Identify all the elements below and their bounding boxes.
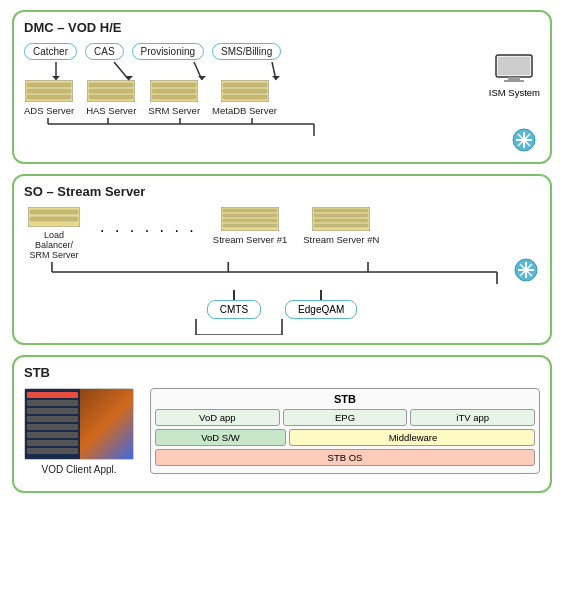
vod-screenshot xyxy=(24,388,134,460)
stb-section: STB xyxy=(12,355,552,493)
edgeqam-box: EdgeQAM xyxy=(285,300,357,319)
dots: · · · · · · · xyxy=(100,222,197,240)
stream-server-1-group: Stream Server #1 xyxy=(213,207,287,245)
cmts-label: CMTS xyxy=(220,304,248,315)
load-balancer-group: Load Balancer/ SRM Server xyxy=(24,207,84,260)
svg-rect-19 xyxy=(152,95,196,99)
ism-system: ISM System xyxy=(489,53,540,98)
stream-server-n-group: Stream Server #N xyxy=(303,207,379,245)
svg-rect-43 xyxy=(223,209,277,212)
has-server-label: HAS Server xyxy=(86,105,136,116)
stb-diagram: STB VoD app EPG iTV app VoD S/W Middlewa… xyxy=(150,388,540,474)
metadb-server-label: MetaDB Server xyxy=(212,105,277,116)
ads-server-label: ADS Server xyxy=(24,105,74,116)
dmc-title: DMC – VOD H/E xyxy=(24,20,540,35)
stb-content: VOD Client Appl. STB VoD app EPG iTV app… xyxy=(24,388,540,483)
stb-row-4: STB OS xyxy=(155,449,535,466)
vod-client-label: VOD Client Appl. xyxy=(41,464,116,475)
stb-diagram-title: STB xyxy=(155,393,535,405)
svg-rect-21 xyxy=(223,83,267,87)
svg-marker-1 xyxy=(52,76,60,80)
svg-rect-14 xyxy=(89,89,133,93)
stb-os-cell: STB OS xyxy=(155,449,535,466)
streamn-label: Stream Server #N xyxy=(303,234,379,245)
stb-title: STB xyxy=(24,365,540,380)
so-title: SO – Stream Server xyxy=(24,184,540,199)
svg-rect-33 xyxy=(504,80,524,82)
svg-rect-50 xyxy=(314,219,368,222)
main-container: DMC – VOD H/E Catcher CAS Provisioning S… xyxy=(0,0,564,503)
svg-rect-31 xyxy=(498,57,530,75)
svg-marker-5 xyxy=(198,76,206,80)
edgeqam-label: EdgeQAM xyxy=(298,304,344,315)
svg-rect-40 xyxy=(30,210,78,214)
pill-smsbilling: SMS/Billing xyxy=(212,43,281,60)
ads-server-group: ADS Server xyxy=(24,80,74,116)
lb-label: Load Balancer/ SRM Server xyxy=(24,230,84,260)
vod-app-cell: VoD app xyxy=(155,409,280,426)
svg-rect-32 xyxy=(508,77,520,80)
svg-rect-51 xyxy=(314,224,368,227)
cmts-box: CMTS xyxy=(207,300,261,319)
pill-catcher: Catcher xyxy=(24,43,77,60)
network-hub-so xyxy=(514,258,538,282)
svg-rect-13 xyxy=(89,83,133,87)
stb-row-1: VoD app EPG iTV app xyxy=(155,409,535,426)
svg-rect-17 xyxy=(152,83,196,87)
srm-server-group: SRM Server xyxy=(148,80,200,116)
vod-sw-cell: VoD S/W xyxy=(155,429,286,446)
svg-rect-23 xyxy=(223,95,267,99)
svg-rect-49 xyxy=(314,214,368,217)
svg-rect-45 xyxy=(223,219,277,222)
svg-rect-11 xyxy=(27,95,71,99)
srm-server-label: SRM Server xyxy=(148,105,200,116)
stream1-label: Stream Server #1 xyxy=(213,234,287,245)
pill-cas: CAS xyxy=(85,43,124,60)
vod-client: VOD Client Appl. xyxy=(24,388,134,475)
svg-rect-48 xyxy=(314,209,368,212)
itv-app-cell: iTV app xyxy=(410,409,535,426)
svg-marker-7 xyxy=(272,76,280,80)
ism-label: ISM System xyxy=(489,87,540,98)
svg-rect-15 xyxy=(89,95,133,99)
metadb-server-group: MetaDB Server xyxy=(212,80,277,116)
epg-cell: EPG xyxy=(283,409,408,426)
svg-rect-44 xyxy=(223,214,277,217)
pill-provisioning: Provisioning xyxy=(132,43,204,60)
svg-marker-3 xyxy=(125,76,133,80)
svg-rect-22 xyxy=(223,89,267,93)
svg-rect-10 xyxy=(27,89,71,93)
so-section: SO – Stream Server Load Balancer/ SRM Se… xyxy=(12,174,552,345)
svg-rect-41 xyxy=(30,217,78,221)
svg-rect-46 xyxy=(223,224,277,227)
monitor-icon xyxy=(494,53,534,85)
svg-rect-18 xyxy=(152,89,196,93)
dmc-section: DMC – VOD H/E Catcher CAS Provisioning S… xyxy=(12,10,552,164)
network-hub-dmc xyxy=(512,128,536,152)
has-server-group: HAS Server xyxy=(86,80,136,116)
middleware-cell: Middleware xyxy=(289,429,535,446)
svg-rect-9 xyxy=(27,83,71,87)
